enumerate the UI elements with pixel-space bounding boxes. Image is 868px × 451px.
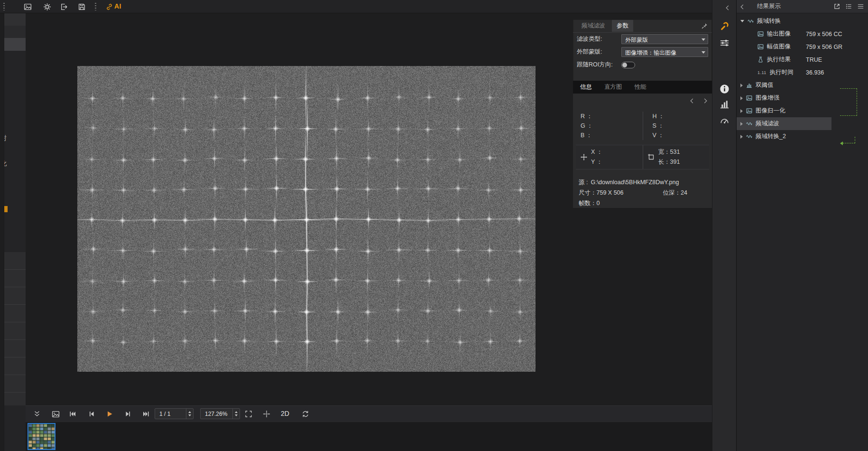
g-label: G ：: [581, 121, 643, 131]
frame-value: 1 / 1: [159, 411, 170, 417]
sliders-icon[interactable]: [720, 38, 729, 48]
depth-value: 24: [681, 189, 687, 196]
zoom-value: 127.26%: [205, 411, 227, 417]
collapse-chevron-icon[interactable]: [727, 4, 730, 11]
wave-icon: [746, 121, 752, 127]
cursor-roi-readout: X ： Y ： 宽：531 长：391: [576, 145, 709, 169]
external-mask-select[interactable]: 图像增强：输出图像: [621, 47, 708, 57]
width-label: 宽：: [658, 149, 670, 155]
expand-triangle-icon[interactable]: [740, 122, 743, 126]
tab-params[interactable]: 参数: [612, 20, 633, 32]
filter-type-select[interactable]: 外部蒙版: [621, 34, 708, 44]
mode-2d-button[interactable]: 2D: [281, 410, 289, 417]
result-tree: 频域转换 输出图像 759 x 506 CC 幅值图像 759 x 506 GR: [737, 13, 868, 143]
tree-node-exec-time[interactable]: 1.11 执行时间 36.936: [737, 66, 868, 79]
tab-histogram[interactable]: 直方图: [598, 81, 628, 94]
expand-triangle-icon[interactable]: [740, 109, 743, 113]
spectrum-icon: [748, 18, 754, 24]
skip-to-start-icon[interactable]: [69, 410, 76, 418]
info-icon[interactable]: [720, 84, 729, 94]
next-arrow-icon[interactable]: [702, 99, 707, 103]
execution-time-icon: 1.11: [757, 70, 766, 75]
tab-filter[interactable]: 频域滤波: [577, 20, 610, 32]
bar-chart-icon[interactable]: [720, 99, 729, 109]
drag-handle-icon[interactable]: [95, 3, 96, 10]
info-tab-bar: 信息 直方图 性能: [573, 81, 712, 94]
center-crosshair-icon[interactable]: [263, 410, 270, 418]
sidebar-row[interactable]: [4, 13, 26, 26]
spinner-arrows[interactable]: [186, 409, 193, 419]
playback-toolbar: 1 / 1 127.26% 2D: [26, 405, 712, 422]
wrench-icon[interactable]: [720, 21, 729, 31]
clipped-accent-fragment: [4, 206, 8, 212]
gear-icon[interactable]: [43, 3, 51, 11]
pin-icon[interactable]: [701, 22, 708, 29]
tree-node-magnitude-image[interactable]: 幅值图像 759 x 506 GR: [737, 40, 868, 53]
image-icon: [746, 95, 752, 101]
source-label: 源 :: [579, 177, 588, 188]
source-path: G:\download\5BHkMFZ8DwY.png: [591, 177, 679, 188]
image-icon[interactable]: [24, 3, 32, 11]
frame-spinner[interactable]: 1 / 1: [155, 408, 194, 419]
export-result-icon[interactable]: [833, 3, 840, 10]
drag-handle-icon[interactable]: [3, 3, 5, 10]
sidebar-row-selected[interactable]: [4, 38, 26, 51]
film-image-icon[interactable]: [52, 410, 60, 418]
tab-performance[interactable]: 性能: [628, 81, 653, 94]
loop-refresh-icon[interactable]: [302, 410, 309, 418]
ai-label[interactable]: AI: [114, 2, 121, 10]
clipped-label-fragment: 化: [4, 160, 7, 168]
sidebar-row[interactable]: [4, 26, 26, 38]
expand-triangle-icon[interactable]: [740, 96, 743, 100]
expand-triangle-icon[interactable]: [740, 84, 743, 87]
previous-frame-icon[interactable]: [88, 410, 95, 418]
height-label: 长：: [658, 159, 670, 165]
info-panel-body: R ： G ： B ： H ： S ： V ： X ： Y: [573, 94, 712, 208]
play-button-icon[interactable]: [106, 410, 113, 418]
image-icon: [757, 44, 764, 50]
tab-info[interactable]: 信息: [574, 81, 598, 94]
skip-to-end-icon[interactable]: [142, 410, 150, 418]
toggle-knob: [622, 63, 627, 67]
filter-type-label: 滤波类型:: [577, 35, 621, 43]
result-panel-title: 结果展示: [757, 2, 781, 10]
image-icon: [746, 108, 752, 114]
right-tool-column: [712, 0, 736, 451]
tree-node-exec-result[interactable]: 执行结果 TRUE: [737, 53, 868, 66]
collapse-double-chevron-icon[interactable]: [33, 410, 41, 418]
left-edge-strip: [0, 13, 4, 451]
h-label: H ：: [653, 112, 712, 121]
y-label: Y ：: [591, 158, 602, 166]
b-label: B ：: [581, 131, 643, 140]
export-icon[interactable]: [60, 3, 68, 11]
thumbnail-strip: [26, 422, 712, 451]
gauge-icon[interactable]: [720, 116, 729, 126]
size-label: 尺寸：: [579, 188, 597, 198]
prev-arrow-icon[interactable]: [691, 99, 695, 103]
next-frame-icon[interactable]: [124, 410, 132, 418]
fit-to-screen-icon[interactable]: [245, 410, 252, 418]
chevron-down-icon: [702, 51, 705, 54]
tree-node-output-image[interactable]: 输出图像 759 x 506 CC: [737, 28, 868, 40]
field-filter-type: 滤波类型: 外部蒙版: [573, 33, 712, 46]
zoom-spinner[interactable]: 127.26%: [200, 408, 240, 419]
list-view-icon[interactable]: [845, 3, 852, 10]
x-label: X ：: [591, 148, 602, 156]
spinner-arrows[interactable]: [232, 409, 240, 419]
tree-node-freq-filter[interactable]: 频域滤波: [737, 117, 831, 130]
menu-icon[interactable]: [857, 3, 864, 10]
connector-arrow: [843, 137, 855, 143]
save-icon[interactable]: [78, 3, 86, 11]
thumbnail-selected[interactable]: [28, 423, 55, 450]
sidebar-row-list[interactable]: [4, 252, 26, 405]
execution-result-icon: [757, 56, 764, 63]
clipped-label-fragment: 射: [4, 134, 7, 142]
frequency-spectrum-image[interactable]: [77, 66, 536, 372]
expand-triangle-icon[interactable]: [740, 135, 743, 139]
back-chevron-icon[interactable]: [741, 3, 745, 10]
roi-direction-toggle[interactable]: [621, 62, 635, 68]
expand-triangle-icon[interactable]: [740, 20, 744, 22]
tree-node-freq-transform[interactable]: 频域转换: [737, 15, 868, 28]
ai-link-icon[interactable]: [105, 3, 113, 11]
roi-direction-label: 跟随ROI方向:: [577, 61, 621, 69]
